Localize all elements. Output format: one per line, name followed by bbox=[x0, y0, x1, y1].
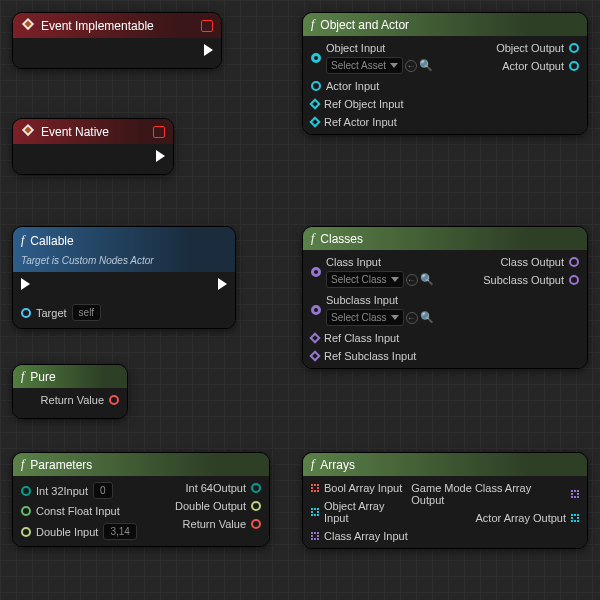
class-input-pin[interactable]: Class Input Select Class←🔍 bbox=[311, 256, 434, 288]
target-pin[interactable]: Targetself bbox=[21, 304, 101, 321]
exec-out-pin[interactable] bbox=[218, 278, 227, 290]
title: Classes bbox=[320, 232, 363, 246]
double-input-field[interactable]: 3,14 bbox=[103, 523, 136, 540]
node-body: Class Input Select Class←🔍 Subclass Inpu… bbox=[303, 250, 587, 368]
node-object-and-actor[interactable]: f Object and Actor Object Input Select A… bbox=[302, 12, 588, 135]
node-header: f Parameters bbox=[13, 453, 269, 476]
int64-output-pin[interactable]: Int 64Output bbox=[185, 482, 261, 494]
title: Object and Actor bbox=[320, 18, 409, 32]
return-value-pin[interactable]: Return Value bbox=[41, 394, 119, 406]
node-header: f Arrays bbox=[303, 453, 587, 476]
double-input-pin[interactable]: Double Input3,14 bbox=[21, 523, 137, 540]
node-header: f Classes bbox=[303, 227, 587, 250]
subtitle: Target is Custom Nodes Actor bbox=[21, 255, 154, 266]
title: Event Native bbox=[41, 125, 109, 139]
select-class-dropdown[interactable]: Select Class bbox=[326, 271, 404, 288]
subclass-output-pin[interactable]: Subclass Output bbox=[483, 274, 579, 286]
node-event-implementable[interactable]: Event Implementable bbox=[12, 12, 222, 69]
exec-in-pin[interactable] bbox=[21, 278, 30, 290]
node-parameters[interactable]: f Parameters Int 32Input0 Const Float In… bbox=[12, 452, 270, 547]
object-array-input-pin[interactable]: Object Array Input bbox=[311, 500, 411, 524]
title: Event Implementable bbox=[41, 19, 154, 33]
exec-out-pin[interactable] bbox=[156, 150, 165, 162]
function-icon: f bbox=[311, 457, 314, 472]
select-asset-dropdown[interactable]: Select Asset bbox=[326, 57, 403, 74]
class-array-input-pin[interactable]: Class Array Input bbox=[311, 530, 411, 542]
event-icon bbox=[21, 17, 35, 34]
node-body: Bool Array Input Object Array Input Clas… bbox=[303, 476, 587, 548]
function-icon: f bbox=[21, 369, 24, 384]
breakpoint-icon[interactable] bbox=[153, 126, 165, 138]
add-icon[interactable]: ← bbox=[406, 312, 418, 324]
chevron-down-icon bbox=[391, 277, 399, 282]
title: Arrays bbox=[320, 458, 355, 472]
node-header: fCallable Target is Custom Nodes Actor bbox=[13, 227, 235, 272]
ref-object-input-pin[interactable]: Ref Object Input bbox=[311, 98, 433, 110]
int32-input-pin[interactable]: Int 32Input0 bbox=[21, 482, 137, 499]
add-icon[interactable]: ← bbox=[406, 274, 418, 286]
search-icon[interactable]: 🔍 bbox=[420, 311, 434, 324]
node-pure[interactable]: f Pure Return Value bbox=[12, 364, 128, 419]
breakpoint-icon[interactable] bbox=[201, 20, 213, 32]
node-header: Event Native bbox=[13, 119, 173, 144]
function-icon: f bbox=[21, 233, 24, 248]
title: Parameters bbox=[30, 458, 92, 472]
int32-input-field[interactable]: 0 bbox=[93, 482, 113, 499]
chevron-down-icon bbox=[390, 63, 398, 68]
const-float-input-pin[interactable]: Const Float Input bbox=[21, 505, 137, 517]
node-body: Int 32Input0 Const Float Input Double In… bbox=[13, 476, 269, 546]
ref-actor-input-pin[interactable]: Ref Actor Input bbox=[311, 116, 433, 128]
function-icon: f bbox=[311, 231, 314, 246]
node-body bbox=[13, 38, 221, 68]
bool-array-input-pin[interactable]: Bool Array Input bbox=[311, 482, 411, 494]
node-header: Event Implementable bbox=[13, 13, 221, 38]
object-input-pin[interactable]: Object Input Select Asset←🔍 bbox=[311, 42, 433, 74]
exec-out-pin[interactable] bbox=[204, 44, 213, 56]
function-icon: f bbox=[21, 457, 24, 472]
subclass-input-pin[interactable]: Subclass Input Select Class←🔍 bbox=[311, 294, 434, 326]
title: Pure bbox=[30, 370, 55, 384]
target-self-input[interactable]: self bbox=[72, 304, 102, 321]
node-body: Object Input Select Asset←🔍 Actor Input … bbox=[303, 36, 587, 134]
title: Callable bbox=[30, 234, 73, 248]
return-value-pin[interactable]: Return Value bbox=[183, 518, 261, 530]
event-icon bbox=[21, 123, 35, 140]
class-output-pin[interactable]: Class Output bbox=[500, 256, 579, 268]
add-icon[interactable]: ← bbox=[405, 60, 417, 72]
node-header: f Pure bbox=[13, 365, 127, 388]
chevron-down-icon bbox=[391, 315, 399, 320]
double-output-pin[interactable]: Double Output bbox=[175, 500, 261, 512]
ref-class-input-pin[interactable]: Ref Class Input bbox=[311, 332, 434, 344]
node-classes[interactable]: f Classes Class Input Select Class←🔍 Sub… bbox=[302, 226, 588, 369]
gamemode-array-output-pin[interactable]: Game Mode Class Array Output bbox=[411, 482, 579, 506]
node-callable[interactable]: fCallable Target is Custom Nodes Actor T… bbox=[12, 226, 236, 329]
actor-output-pin[interactable]: Actor Output bbox=[502, 60, 579, 72]
node-body: Targetself bbox=[13, 272, 235, 328]
function-icon: f bbox=[311, 17, 314, 32]
actor-input-pin[interactable]: Actor Input bbox=[311, 80, 433, 92]
node-body bbox=[13, 144, 173, 174]
ref-subclass-input-pin[interactable]: Ref Subclass Input bbox=[311, 350, 434, 362]
actor-array-output-pin[interactable]: Actor Array Output bbox=[476, 512, 579, 524]
node-event-native[interactable]: Event Native bbox=[12, 118, 174, 175]
node-header: f Object and Actor bbox=[303, 13, 587, 36]
object-output-pin[interactable]: Object Output bbox=[496, 42, 579, 54]
select-subclass-dropdown[interactable]: Select Class bbox=[326, 309, 404, 326]
search-icon[interactable]: 🔍 bbox=[420, 273, 434, 286]
search-icon[interactable]: 🔍 bbox=[419, 59, 433, 72]
node-body: Return Value bbox=[13, 388, 127, 418]
node-arrays[interactable]: f Arrays Bool Array Input Object Array I… bbox=[302, 452, 588, 549]
